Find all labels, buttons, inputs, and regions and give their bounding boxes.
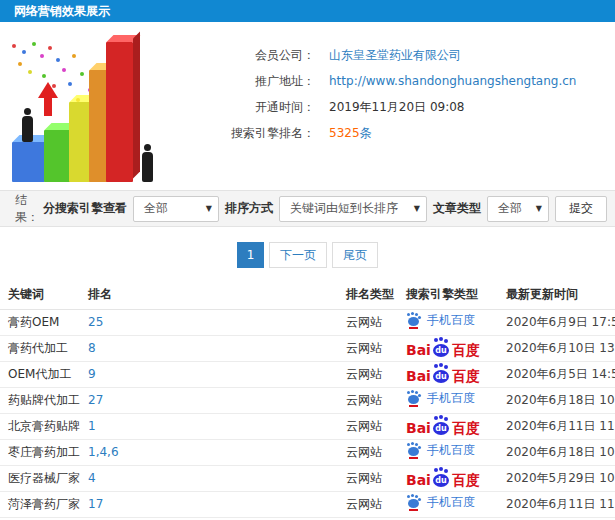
info-section: 会员公司： 山东皇圣堂药业有限公司 推广地址： http://www.shand…	[0, 22, 615, 190]
keyword-cell: 枣庄膏药加工	[8, 445, 80, 459]
table-header-row: 关键词 排名 排名类型 搜索引擎类型 最新更新时间	[0, 280, 615, 309]
baidu-logo-bai-text: Bai	[406, 473, 431, 487]
pagination: 1 下一页 尾页	[0, 242, 615, 268]
baidu-paw-icon: du	[432, 338, 451, 357]
mobile-baidu-name-text: 手机百度	[427, 312, 475, 329]
engine-filter-label: 分搜索引擎查看	[43, 200, 127, 217]
engine-rank-count: 5325	[329, 126, 360, 140]
rank-link[interactable]: 9	[88, 367, 96, 381]
mobile-baidu-badge: 手机百度	[406, 494, 475, 511]
update-time-cell: 2020年5月29日 10:32	[506, 471, 615, 485]
chevron-down-icon: ▼	[414, 204, 420, 213]
rank-type-cell: 云网站	[346, 315, 382, 329]
mobile-baidu-paw-icon	[406, 313, 422, 329]
rank-type-cell: 云网站	[346, 393, 382, 407]
baidu-logo-name-text: 百度	[452, 473, 480, 487]
baidu-logo: Baidu百度	[406, 468, 480, 487]
header-rank-type: 排名类型	[338, 280, 398, 309]
filter-bar: 结果： 分搜索引擎查看 全部 ▼ 排序方式 关键词由短到长排序 ▼ 文章类型 全…	[0, 190, 615, 227]
baidu-logo-du-text: du	[433, 474, 449, 487]
update-time-cell: 2020年6月5日 14:57	[506, 367, 615, 381]
rank-link[interactable]: 1	[88, 419, 96, 433]
last-page-button[interactable]: 尾页	[332, 242, 378, 268]
open-time-row: 开通时间： 2019年11月20日 09:08	[195, 94, 615, 120]
table-row: 枣庄膏药加工 1,4,6 云网站 Baidu百度 手机百度 2020年6月18日…	[0, 439, 615, 465]
businessman-left-figure	[20, 108, 34, 142]
baidu-paw-icon: du	[432, 468, 451, 487]
keyword-cell: 医疗器械厂家	[8, 471, 80, 485]
rank-type-cell: 云网站	[346, 419, 382, 433]
baidu-logo: Baidu百度	[406, 416, 480, 435]
sort-label: 排序方式	[225, 200, 273, 217]
chevron-down-icon: ▼	[206, 204, 212, 213]
rank-link[interactable]: 27	[88, 393, 103, 407]
illustration-bar-red	[106, 42, 133, 182]
engine-filter-select[interactable]: 全部 ▼	[133, 196, 219, 222]
keyword-cell: OEM代加工	[8, 367, 71, 381]
rank-link[interactable]: 8	[88, 341, 96, 355]
rank-link[interactable]: 25	[88, 315, 103, 329]
member-company-row: 会员公司： 山东皇圣堂药业有限公司	[195, 42, 615, 68]
next-page-button[interactable]: 下一页	[269, 242, 327, 268]
baidu-logo-bai-text: Bai	[406, 369, 431, 383]
baidu-logo-name-text: 百度	[452, 421, 480, 435]
sort-select[interactable]: 关键词由短到长排序 ▼	[279, 196, 427, 222]
mobile-baidu-paw-icon	[406, 443, 422, 459]
rank-link[interactable]: 1,4,6	[88, 445, 119, 459]
baidu-logo-du-text: du	[433, 422, 449, 435]
baidu-logo-du-text: du	[433, 370, 449, 383]
header-engine-type: 搜索引擎类型	[398, 280, 498, 309]
rank-type-cell: 云网站	[346, 497, 382, 511]
header-update-time: 最新更新时间	[498, 280, 615, 309]
promo-url-label: 推广地址：	[195, 73, 315, 90]
baidu-logo-du-text: du	[433, 344, 449, 357]
rank-type-cell: 云网站	[346, 445, 382, 459]
rank-link[interactable]: 4	[88, 471, 96, 485]
promo-url-link[interactable]: http://www.shandonghuangshengtang.cn	[329, 74, 576, 88]
update-time-cell: 2020年6月10日 13:40	[506, 341, 615, 355]
company-info-list: 会员公司： 山东皇圣堂药业有限公司 推广地址： http://www.shand…	[195, 36, 615, 180]
header-keyword: 关键词	[0, 280, 80, 309]
open-time-label: 开通时间：	[195, 99, 315, 116]
baidu-logo-name-text: 百度	[452, 343, 480, 357]
table-body: 膏药OEM 25 云网站 Baidu百度 手机百度 2020年6月9日 17:5…	[0, 309, 615, 517]
page-1-button[interactable]: 1	[237, 242, 264, 268]
article-type-label: 文章类型	[433, 200, 481, 217]
illustration-bar-blue	[12, 142, 45, 182]
rank-link[interactable]: 17	[88, 497, 103, 511]
article-type-select[interactable]: 全部 ▼	[487, 196, 549, 222]
member-company-link[interactable]: 山东皇圣堂药业有限公司	[329, 47, 461, 64]
update-time-cell: 2020年6月18日 10:25	[506, 393, 615, 407]
rank-type-cell: 云网站	[346, 367, 382, 381]
baidu-paw-icon: du	[432, 364, 451, 383]
submit-button[interactable]: 提交	[555, 196, 607, 222]
table-row: 药贴牌代加工 27 云网站 Baidu百度 手机百度 2020年6月18日 10…	[0, 387, 615, 413]
page-title: 网络营销效果展示	[0, 0, 615, 22]
result-label: 结果：	[15, 192, 43, 226]
article-type-value: 全部	[498, 200, 522, 217]
mobile-baidu-badge: 手机百度	[406, 390, 475, 407]
bar-chart-illustration	[0, 36, 195, 188]
update-time-cell: 2020年6月18日 10:19	[506, 445, 615, 459]
chevron-down-icon: ▼	[536, 204, 542, 213]
mobile-baidu-badge: 手机百度	[406, 312, 475, 329]
update-time-cell: 2020年6月11日 11:40	[506, 497, 615, 511]
keyword-cell: 菏泽膏药厂家	[8, 497, 80, 511]
rank-type-cell: 云网站	[346, 471, 382, 485]
mobile-baidu-name-text: 手机百度	[427, 390, 475, 407]
update-time-cell: 2020年6月9日 17:50	[506, 315, 615, 329]
table-row: 菏泽膏药厂家 17 云网站 Baidu百度 手机百度 2020年6月11日 11…	[0, 491, 615, 517]
sort-value: 关键词由短到长排序	[290, 200, 398, 217]
promo-url-row: 推广地址： http://www.shandonghuangshengtang.…	[195, 68, 615, 94]
results-table: 关键词 排名 排名类型 搜索引擎类型 最新更新时间 膏药OEM 25 云网站 B…	[0, 280, 615, 518]
mobile-baidu-name-text: 手机百度	[427, 442, 475, 459]
up-arrow-icon	[38, 82, 58, 116]
baidu-paw-icon: du	[432, 416, 451, 435]
table-row: 北京膏药贴牌 1 云网站 Baidu百度 手机百度 2020年6月11日 11:…	[0, 413, 615, 439]
table-row: 医疗器械厂家 4 云网站 Baidu百度 手机百度 2020年5月29日 10:…	[0, 465, 615, 491]
keyword-cell: 膏药代加工	[8, 341, 68, 355]
update-time-cell: 2020年6月11日 11:18	[506, 419, 615, 433]
table-row: 膏药OEM 25 云网站 Baidu百度 手机百度 2020年6月9日 17:5…	[0, 309, 615, 335]
engine-rank-label: 搜索引擎排名：	[195, 125, 315, 142]
keyword-cell: 膏药OEM	[8, 315, 59, 329]
